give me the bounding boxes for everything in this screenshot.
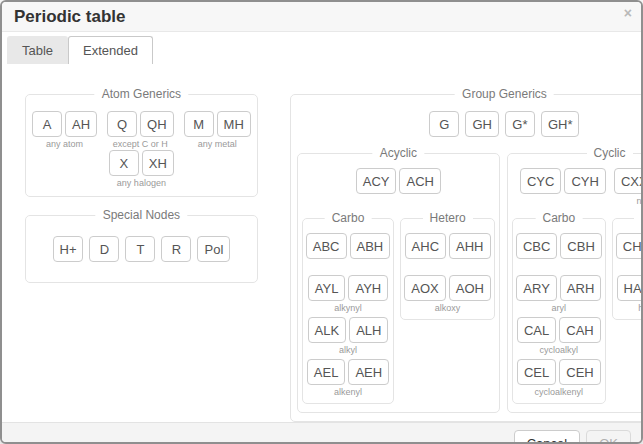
cyclic-carbo-stack: CBC CBH ARY ARH <box>516 233 602 397</box>
button-cyh[interactable]: CYH <box>564 168 605 194</box>
tab-table[interactable]: Table <box>7 36 68 64</box>
cyclic-hetero-stack: CHC CHH HAR HAH <box>616 233 643 313</box>
button-a[interactable]: A <box>32 111 62 137</box>
group-caption: any metal <box>198 139 237 149</box>
left-column: Atom Generics A AH any atom Q QH <box>25 94 258 422</box>
close-icon[interactable]: × <box>624 6 632 20</box>
button-group-alkenyl: AEL AEH alkenyl <box>307 359 389 397</box>
acyclic-hetero-stack: AHC AHH AOX AOH <box>404 233 491 313</box>
button-group-except-c-or-h: Q QH except C or H <box>107 111 174 149</box>
button-chc[interactable]: CHC <box>616 233 643 259</box>
periodic-table-dialog: Periodic table × Table Extended Atom Gen… <box>0 0 643 444</box>
group-caption: alkynyl <box>334 303 362 313</box>
button-group-hetero-aryl: HAR HAH hetero aryl <box>617 275 643 313</box>
button-alk[interactable]: ALK <box>308 317 347 343</box>
button-aoh[interactable]: AOH <box>449 275 491 301</box>
button-cbh[interactable]: CBH <box>560 233 601 259</box>
button-ary[interactable]: ARY <box>516 275 557 301</box>
group-caption: aryl <box>552 303 567 313</box>
button-ahc[interactable]: AHC <box>405 233 446 259</box>
group-caption: except C or H <box>113 139 168 149</box>
right-column: Group Generics G GH G* GH* Acyclic ACY <box>290 94 643 422</box>
atom-generics-row-2: X XH any halogen <box>32 150 251 188</box>
button-group-aryl: ARY ARH aryl <box>516 275 601 313</box>
button-group-cycloalkenyl: CEL CEH cycloalkenyl <box>517 359 601 397</box>
button-har[interactable]: HAR <box>617 275 643 301</box>
button-cbc[interactable]: CBC <box>516 233 557 259</box>
button-g-star[interactable]: G* <box>505 111 535 137</box>
button-abc[interactable]: ABC <box>306 233 347 259</box>
button-r[interactable]: R <box>161 236 191 262</box>
button-cah[interactable]: CAH <box>559 317 600 343</box>
button-cal[interactable]: CAL <box>517 317 556 343</box>
group-generics-columns: Acyclic ACY ACH <box>297 153 643 413</box>
button-group-any-atom: A AH any atom <box>32 111 97 149</box>
atom-generics-row-1: A AH any atom Q QH except C or H <box>32 111 251 149</box>
dialog-body: Atom Generics A AH any atom Q QH <box>2 64 641 422</box>
atom-generics-legend: Atom Generics <box>95 87 188 101</box>
button-cel[interactable]: CEL <box>517 359 556 385</box>
button-group-cycloalkyl: CAL CAH cycloalkyl <box>517 317 601 355</box>
group-caption: cycloalkenyl <box>535 387 584 397</box>
button-m[interactable]: M <box>184 111 214 137</box>
cyclic-hetero-section: Hetero CHC CHH <box>612 218 643 320</box>
acyclic-hetero-section: Hetero AHC AHH <box>400 218 495 320</box>
button-mh[interactable]: MH <box>217 111 251 137</box>
acyclic-section: Acyclic ACY ACH <box>297 153 500 413</box>
button-h-plus[interactable]: H+ <box>53 236 84 262</box>
button-ach[interactable]: ACH <box>399 168 440 194</box>
button-q[interactable]: Q <box>107 111 137 137</box>
button-ceh[interactable]: CEH <box>559 359 600 385</box>
button-group-alkyl: ALK ALH alkyl <box>308 317 389 355</box>
group-generics-legend: Group Generics <box>455 87 554 101</box>
button-group-acyclic: ACY ACH <box>356 168 441 206</box>
button-group: CHC CHH <box>616 233 643 271</box>
button-arh[interactable]: ARH <box>560 275 601 301</box>
button-group: ABC ABH <box>306 233 390 271</box>
group-caption: hetero aryl <box>638 303 643 313</box>
special-nodes-legend: Special Nodes <box>96 208 187 222</box>
button-xh[interactable]: XH <box>142 150 174 176</box>
button-cyc[interactable]: CYC <box>520 168 561 194</box>
cyclic-legend: Cyclic <box>587 146 633 160</box>
button-x[interactable]: X <box>109 150 139 176</box>
group-caption: alkyl <box>339 345 357 355</box>
button-qh[interactable]: QH <box>140 111 174 137</box>
tab-bar: Table Extended <box>2 32 641 64</box>
acyclic-top-row: ACY ACH <box>302 168 495 206</box>
acyclic-carbo-stack: ABC ABH AYL AYH <box>306 233 390 397</box>
acyclic-legend: Acyclic <box>373 146 424 160</box>
button-abh[interactable]: ABH <box>350 233 391 259</box>
button-gh-star[interactable]: GH* <box>541 111 580 137</box>
button-aox[interactable]: AOX <box>404 275 445 301</box>
button-acy[interactable]: ACY <box>356 168 397 194</box>
cyclic-carbo-legend: Carbo <box>536 211 583 225</box>
dialog-footer: Cancel OK <box>2 422 641 444</box>
button-group-no-carbon: CXX CXH no carbon <box>614 168 643 206</box>
ok-button[interactable]: OK <box>586 430 631 444</box>
button-gh[interactable]: GH <box>465 111 499 137</box>
button-aeh[interactable]: AEH <box>348 359 389 385</box>
dialog-header: Periodic table × <box>2 2 641 32</box>
button-ayl[interactable]: AYL <box>308 275 346 301</box>
tab-extended[interactable]: Extended <box>68 36 153 64</box>
cancel-button[interactable]: Cancel <box>514 430 580 444</box>
acyclic-hetero-legend: Hetero <box>423 211 473 225</box>
acyclic-sub-row: Carbo ABC ABH <box>302 218 495 404</box>
cyclic-hetero-legend: Hetero <box>634 211 643 225</box>
button-ahh[interactable]: AHH <box>449 233 490 259</box>
button-alh[interactable]: ALH <box>349 317 388 343</box>
button-ayh[interactable]: AYH <box>348 275 388 301</box>
group-caption: alkenyl <box>334 387 362 397</box>
group-generics-row: G GH G* GH* <box>297 111 643 137</box>
button-group: CBC CBH <box>516 233 602 271</box>
button-g[interactable]: G <box>429 111 459 137</box>
button-pol[interactable]: Pol <box>197 236 230 262</box>
button-ael[interactable]: AEL <box>307 359 346 385</box>
special-nodes-row: H+ D T R Pol <box>32 232 251 274</box>
button-d[interactable]: D <box>89 236 119 262</box>
button-cxx[interactable]: CXX <box>614 168 643 194</box>
button-t[interactable]: T <box>125 236 155 262</box>
special-nodes-section: Special Nodes H+ D T R Pol <box>25 215 258 283</box>
button-ah[interactable]: AH <box>65 111 97 137</box>
